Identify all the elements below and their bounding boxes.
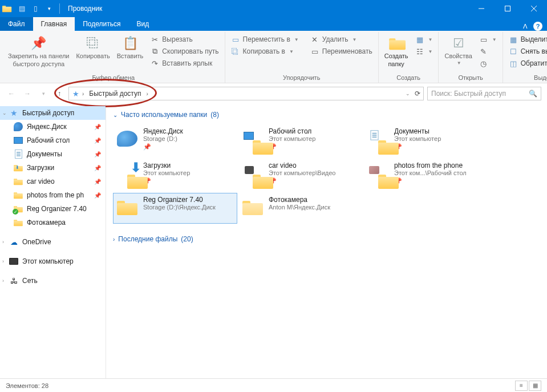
select-all-button[interactable]: ▦Выделить все	[507, 34, 547, 45]
details-view-button[interactable]: ≡	[515, 381, 528, 391]
search-input[interactable]	[431, 90, 522, 98]
chevron-right-icon[interactable]: ›	[144, 91, 149, 97]
sidebar-item-2[interactable]: Рабочий стол📌	[0, 134, 106, 147]
nav-row: ← → ▾ ↑ ★ › Быстрый доступ › ⌄ ⟳ 🔍	[0, 83, 547, 104]
folder-tile-2[interactable]: ДокументыЭтот компьютер📌	[364, 124, 488, 155]
tab-home[interactable]: Главная	[33, 17, 75, 31]
expand-icon[interactable]: ›	[2, 258, 4, 264]
sidebar-item-label: photos from the ph	[27, 191, 84, 199]
refresh-button[interactable]: ⟳	[415, 90, 420, 98]
folder-tile-6[interactable]: Reg Organizer 7.40Storage (D:)\Яндекс.Ди…	[113, 193, 237, 224]
folder-tile-4[interactable]: car videoЭтот компьютер\Видео📌	[238, 159, 363, 189]
sidebar-item-8[interactable]: Фотокамера	[0, 216, 106, 229]
tab-view[interactable]: Вид	[128, 17, 157, 31]
select-none-button[interactable]: ☐Снять выделение	[507, 46, 547, 57]
back-button[interactable]: ←	[6, 88, 17, 99]
open-button[interactable]: ▭▼	[477, 34, 499, 45]
maximize-button[interactable]	[495, 0, 521, 17]
history-button[interactable]: ◷	[477, 58, 499, 69]
folder-tile-1[interactable]: Рабочий столЭтот компьютер📌	[238, 124, 363, 155]
close-button[interactable]	[521, 0, 547, 17]
qa-icon: ★	[9, 108, 18, 118]
pin-icon: 📌	[94, 124, 101, 130]
section-header-recent[interactable]: › Последние файлы (20)	[113, 232, 540, 249]
recent-dropdown[interactable]: ▾	[38, 88, 49, 99]
desk-icon	[14, 136, 23, 145]
help-icon[interactable]: ?	[533, 22, 542, 31]
sidebar-item-5[interactable]: car video📌	[0, 175, 106, 188]
ribbon: 📌 Закрепить на панели быстрого доступа ⿻…	[0, 31, 547, 83]
chevron-right-icon[interactable]: ›	[80, 91, 86, 97]
group-organize-label: Упорядочить	[229, 73, 375, 83]
pin-icon: 📌	[94, 165, 101, 171]
up-button[interactable]: ↑	[54, 88, 65, 99]
properties-icon: ☑	[449, 34, 468, 52]
chevron-right-icon[interactable]: ›	[113, 236, 115, 243]
sidebar-item-label: Рабочий стол	[27, 136, 70, 144]
sidebar-thispc[interactable]: ›Этот компьютер	[0, 254, 106, 268]
address-dropdown-icon[interactable]: ⌄	[406, 91, 410, 96]
sidebar-network[interactable]: ›🖧Сеть	[0, 274, 106, 288]
copy-path-button[interactable]: ⧉Скопировать путь	[148, 46, 221, 57]
new-item-button[interactable]: ▦▼	[413, 34, 435, 45]
move-to-button[interactable]: ▭Переместить в▼	[229, 34, 301, 45]
section-header-folders[interactable]: ⌄ Часто используемые папки (8)	[113, 107, 540, 124]
minimize-button[interactable]	[468, 0, 495, 17]
breadcrumb-segment[interactable]: Быстрый доступ	[87, 90, 143, 98]
expand-icon[interactable]: ⌄	[2, 110, 7, 116]
folder-name: Загрузки	[143, 161, 234, 169]
folder-name: Фотокамера	[269, 196, 360, 204]
sidebar-item-6[interactable]: photos from the ph📌	[0, 188, 106, 202]
folder-tile-3[interactable]: ⬇ЗагрузкиЭтот компьютер📌	[113, 159, 237, 189]
invert-selection-button[interactable]: ◫Обратить выделение	[507, 58, 547, 69]
invert-icon: ◫	[509, 59, 518, 68]
icons-view-button[interactable]: ▦	[529, 381, 541, 391]
folder-icon	[14, 191, 23, 200]
paste-button[interactable]: 📋 Вставить	[115, 32, 146, 60]
folder-tile-7[interactable]: ФотокамераAnton M\Яндекс.Диск	[238, 193, 363, 224]
minimize-ribbon-icon[interactable]: ᐱ	[523, 23, 528, 30]
svg-rect-1	[505, 6, 510, 11]
qat-newfolder-icon[interactable]: ▯	[30, 3, 41, 14]
folder-location: Storage (D:)\Яндекс.Диск	[143, 204, 234, 211]
rename-button[interactable]: ▭Переименовать	[308, 46, 375, 57]
forward-button[interactable]: →	[22, 88, 33, 99]
search-box[interactable]: 🔍	[427, 87, 541, 100]
sidebar-item-label: Reg Organizer 7.40	[27, 205, 87, 213]
pin-icon: 📌	[269, 177, 360, 185]
sidebar-item-1[interactable]: Яндекс.Диск📌	[0, 120, 106, 134]
delete-button[interactable]: ✕Удалить▼	[308, 34, 375, 45]
properties-button[interactable]: ☑ Свойства ▼	[442, 32, 474, 66]
search-icon[interactable]: 🔍	[529, 90, 537, 98]
copy-to-button[interactable]: ⿻Копировать в▼	[229, 46, 301, 57]
sidebar-item-3[interactable]: Документы📌	[0, 147, 106, 161]
easy-access-button[interactable]: ☷▼	[413, 46, 435, 57]
expand-icon[interactable]: ›	[2, 278, 4, 284]
folder-location: Storage (D:)	[143, 135, 234, 142]
folder-tile-5[interactable]: photos from the phoneЭтот ком...\Рабочий…	[364, 159, 488, 189]
cut-button[interactable]: ✂Вырезать	[148, 34, 221, 45]
tab-file[interactable]: Файл	[0, 17, 33, 31]
sidebar-item-0[interactable]: ⌄★Быстрый доступ	[0, 106, 106, 120]
doc-icon	[14, 149, 23, 159]
window-title: Проводник	[64, 5, 102, 13]
address-bar[interactable]: ★ › Быстрый доступ › ⌄ ⟳	[68, 87, 424, 100]
paste-shortcut-button[interactable]: ↷Вставить ярлык	[148, 58, 221, 69]
sidebar-item-7[interactable]: ✓Reg Organizer 7.40	[0, 202, 106, 216]
expand-icon[interactable]: ›	[2, 239, 4, 245]
tab-share[interactable]: Поделиться	[75, 17, 128, 31]
sidebar-item-4[interactable]: ⬇Загрузки📌	[0, 161, 106, 175]
ribbon-tabs: Файл Главная Поделиться Вид ᐱ ?	[0, 17, 547, 31]
copy-button[interactable]: ⿻ Копировать	[74, 32, 112, 60]
chevron-down-icon[interactable]: ⌄	[113, 112, 117, 118]
qat-properties-icon[interactable]: ▤	[16, 3, 27, 14]
edit-button[interactable]: ✎	[477, 46, 499, 57]
new-folder-button[interactable]: Создать папку	[382, 32, 411, 68]
sidebar-onedrive[interactable]: ›☁OneDrive	[0, 235, 106, 249]
onedrive-icon: ☁	[9, 237, 18, 246]
qat-dropdown-icon[interactable]: ▾	[43, 3, 55, 14]
pin-quickaccess-button[interactable]: 📌 Закрепить на панели быстрого доступа	[6, 32, 71, 68]
copyto-icon: ⿻	[231, 47, 240, 56]
explorer-icon	[2, 3, 14, 14]
folder-tile-0[interactable]: Яндекс.ДискStorage (D:)📌	[113, 124, 237, 155]
